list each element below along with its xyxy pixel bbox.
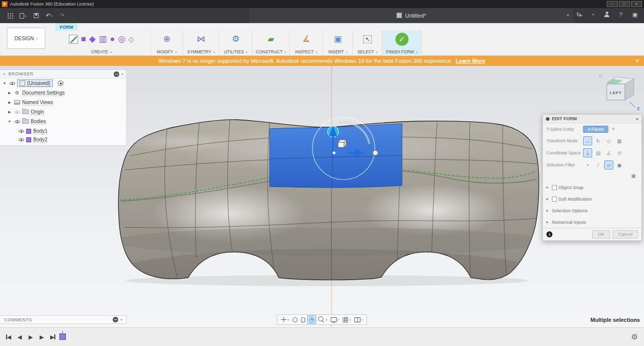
torus-primitive-icon[interactable]: ◎ (118, 35, 126, 43)
create-menu[interactable]: CREATE▾ (52, 48, 150, 56)
save-button[interactable] (30, 11, 42, 21)
look-at-button[interactable] (307, 315, 316, 324)
panel-collapse-icon[interactable] (114, 71, 119, 77)
plane-primitive-icon[interactable]: ◆ (89, 35, 96, 43)
plane-handle[interactable] (338, 140, 346, 147)
document-tab[interactable]: Untitled* × (249, 8, 574, 23)
selection-count-badge[interactable]: 4 Faces (583, 126, 608, 133)
tree-row-body2[interactable]: Body2 (0, 136, 126, 145)
edit-form-icon[interactable]: ⊕ (163, 35, 170, 43)
construct-menu[interactable]: CONSTRUCT▾ (253, 48, 289, 56)
finish-form-menu[interactable]: FINISH FORM▾ (382, 48, 421, 56)
translate-mode-icon[interactable]: ↔ (583, 136, 592, 145)
visibility-eye-icon[interactable] (18, 137, 24, 143)
rotate-mode-icon[interactable]: ↻ (594, 136, 603, 145)
timeline-settings-button[interactable]: ⚙ (631, 332, 638, 341)
edge-filter-icon[interactable]: / (594, 160, 603, 169)
dock-panel-icon[interactable]: » (635, 116, 638, 122)
box-primitive-icon[interactable]: ■ (81, 35, 86, 43)
extensions-button[interactable]: ▣ (630, 10, 640, 20)
viewports-button[interactable]: ▾ (353, 315, 365, 324)
tab-close-icon[interactable]: × (567, 12, 570, 18)
view-cube-graphic[interactable]: LEFT Z (599, 71, 643, 117)
vertex-filter-icon[interactable]: • (583, 160, 592, 169)
insert-image-icon[interactable]: ▣ (334, 35, 342, 43)
body-filter-icon[interactable]: ◼ (615, 160, 624, 169)
free-orbit-button[interactable] (299, 315, 306, 324)
app-grid-button[interactable] (4, 11, 16, 21)
help-button[interactable]: ? (616, 10, 626, 20)
expand-caret-icon[interactable]: ▼ (2, 81, 7, 85)
object-snap-checkbox[interactable] (552, 185, 557, 190)
collapsed-caret-icon[interactable]: ▶ (7, 110, 12, 114)
cancel-button[interactable]: Cancel (613, 230, 638, 238)
3d-viewport[interactable]: « BROWSER ▼ (Unsaved) ▶ ⚙ Document Setti… (0, 66, 644, 327)
file-menu-button[interactable]: ▾ (17, 11, 29, 21)
cube-face-label[interactable]: LEFT (610, 91, 622, 95)
maximize-button[interactable]: □ (619, 1, 630, 7)
home-view-icon[interactable]: ⌂ (599, 72, 602, 79)
create-form-icon[interactable] (69, 35, 78, 44)
soft-modification-checkbox[interactable] (552, 197, 557, 202)
insert-menu[interactable]: INSERT▾ (323, 48, 353, 56)
origin-point-handle[interactable] (333, 151, 336, 155)
sphere-primitive-icon[interactable]: ● (110, 35, 115, 43)
display-settings-button[interactable]: ▾ (329, 315, 341, 324)
undo-button[interactable]: ↶▾ (43, 11, 55, 21)
profile-button[interactable] (602, 10, 612, 20)
select-menu[interactable]: SELECT▾ (353, 48, 382, 56)
ok-button[interactable]: OK (592, 230, 610, 238)
pan-button[interactable]: ▾ (279, 315, 290, 324)
construct-plane-icon[interactable]: ▰ (268, 35, 274, 43)
visibility-eye-icon[interactable] (14, 119, 20, 124)
view-cube[interactable]: ⌂ LEFT Z (599, 71, 643, 117)
inspect-menu[interactable]: INSPECT▾ (290, 48, 323, 56)
finish-form-check-icon[interactable]: ✓ (395, 33, 409, 46)
select-cursor-icon[interactable]: ↖ (363, 35, 371, 43)
modify-menu[interactable]: MODIFY▾ (151, 48, 183, 56)
tree-row-root[interactable]: ▼ (Unsaved) (0, 78, 126, 88)
banner-close-icon[interactable]: × (635, 57, 639, 64)
job-status-button[interactable]: ↻ (574, 10, 584, 20)
root-document-item[interactable]: (Unsaved) (17, 79, 53, 87)
close-button[interactable]: × (631, 1, 642, 7)
grid-settings-button[interactable]: ▾ (342, 315, 353, 324)
expand-caret-icon[interactable]: ▸ (546, 185, 550, 190)
tree-row-body1[interactable]: Body1 (0, 126, 126, 136)
edit-form-header[interactable]: EDIT FORM » (543, 115, 641, 123)
visibility-eye-off-icon[interactable] (14, 109, 20, 115)
expand-caret-icon[interactable]: ▸ (546, 197, 550, 201)
step-back-button[interactable]: ◀ (15, 332, 24, 341)
numerical-inputs-row[interactable]: ▸ Numerical Inputs (543, 216, 641, 228)
minimize-button[interactable]: – (607, 1, 618, 7)
tree-row-document-settings[interactable]: ▶ ⚙ Document Settings (0, 88, 126, 98)
cylinder-primitive-icon[interactable]: ▥ (99, 35, 107, 43)
info-icon[interactable]: i (546, 231, 552, 237)
scale-mode-icon[interactable]: ◇ (604, 136, 613, 145)
face-filter-icon[interactable]: ▱ (604, 160, 613, 169)
measure-icon[interactable]: ∡ (302, 35, 310, 43)
tspline-body-filter-icon[interactable]: ▣ (629, 171, 638, 180)
view-space-icon[interactable]: ▤ (594, 148, 603, 157)
go-to-start-button[interactable]: ◀ (4, 332, 13, 341)
orbit-button[interactable] (291, 315, 299, 324)
world-space-icon[interactable]: ⊥ (583, 148, 592, 157)
workspace-selector[interactable]: DESIGN ▾ (7, 28, 45, 49)
quadball-primitive-icon[interactable]: ◇ (128, 36, 134, 43)
collapsed-caret-icon[interactable]: ▶ (7, 91, 12, 95)
tree-row-bodies[interactable]: ▼ Bodies (0, 117, 126, 126)
selection-space-icon[interactable]: ↺ (615, 148, 624, 157)
selection-options-row[interactable]: ▸ Selection Options (543, 205, 641, 216)
scale-point-handle[interactable] (373, 150, 378, 155)
symmetry-menu[interactable]: SYMMETRY▾ (183, 48, 219, 56)
zoom-button[interactable]: ▾ (316, 315, 329, 324)
tree-row-origin[interactable]: ▶ Origin (0, 107, 126, 117)
utilities-icon[interactable]: ⚙ (232, 35, 239, 43)
tree-row-named-views[interactable]: ▶ Named Views (0, 98, 126, 107)
play-button[interactable]: ▶ (26, 332, 35, 341)
visibility-eye-icon[interactable] (9, 80, 15, 86)
expand-caret-icon[interactable]: ▼ (7, 120, 12, 123)
learn-more-link[interactable]: Learn More (456, 58, 486, 64)
collapsed-caret-icon[interactable]: ▶ (7, 101, 12, 105)
redo-button[interactable]: ↷ (56, 11, 68, 21)
